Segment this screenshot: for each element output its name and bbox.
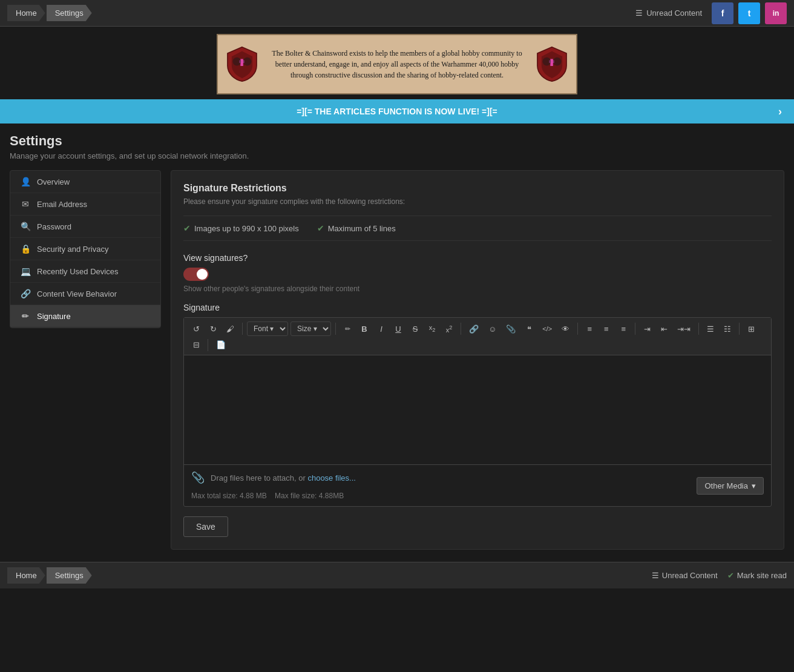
save-button[interactable]: Save	[183, 516, 228, 537]
sidebar-label-security: Security and Privacy	[37, 245, 109, 254]
content-layout: 👤 Overview ✉ Email Address 🔍 Password 🔒 …	[10, 170, 784, 550]
clip-button[interactable]: 📎	[502, 323, 519, 335]
bottom-unread-icon: ☰	[652, 571, 659, 580]
table-options-button[interactable]: ⊟	[189, 338, 203, 351]
max-total-label: Max total size:	[191, 492, 238, 500]
restrictions-row: ✔ Images up to 990 x 100 pixels ✔ Maximu…	[183, 216, 772, 241]
subscript-button[interactable]: x2	[425, 322, 439, 335]
overview-icon: 👤	[20, 177, 31, 186]
sidebar-item-email[interactable]: ✉ Email Address	[10, 193, 160, 216]
toggle-knob	[197, 269, 208, 280]
sidebar-item-security[interactable]: 🔒 Security and Privacy	[10, 238, 160, 260]
attach-area: 📎 Drag files here to attach, or choose f…	[191, 471, 356, 500]
restriction-lines-text: Maximum of 5 lines	[328, 224, 396, 233]
max-file-label: Max file size:	[275, 492, 317, 500]
redo-button[interactable]: ↻	[206, 323, 220, 335]
twitter-icon: t	[748, 8, 751, 18]
sidebar-label-overview: Overview	[37, 177, 70, 186]
toolbar-separator-4	[577, 323, 578, 335]
bold-button[interactable]: B	[357, 323, 372, 335]
bottom-unread-label: Unread Content	[662, 571, 718, 580]
instagram-button[interactable]: in	[765, 2, 787, 24]
quote-button[interactable]: ❝	[522, 323, 536, 335]
brush-button[interactable]: 🖌	[223, 323, 238, 335]
toolbar-separator-7	[739, 323, 740, 335]
sidebar-item-signature[interactable]: ✏ Signature	[10, 305, 160, 328]
page-title: Settings	[10, 133, 784, 149]
bottom-unread-content[interactable]: ☰ Unread Content	[652, 571, 718, 580]
italic-button[interactable]: I	[374, 323, 389, 335]
main-wrapper: Settings Manage your account settings, a…	[0, 124, 794, 550]
settings-main-panel: Signature Restrictions Please ensure you…	[171, 170, 784, 550]
outdent-button[interactable]: ⇤	[657, 323, 671, 335]
nav-right: ☰ Unread Content f t in	[631, 2, 787, 24]
link-button[interactable]: 🔗	[465, 323, 482, 335]
attach-sizes: Max total size: 4.88 MB Max file size: 4…	[191, 492, 344, 500]
check-mark-icon: ✔	[727, 571, 734, 580]
bottom-breadcrumb-home[interactable]: Home	[7, 567, 45, 584]
editor-body[interactable]	[184, 355, 771, 464]
banner-text: The Bolter & Chainsword exists to help t…	[266, 48, 528, 81]
table-button[interactable]: ⊞	[744, 323, 758, 335]
articles-bar[interactable]: =][= THE ARTICLES FUNCTION IS NOW LIVE! …	[0, 99, 794, 124]
unread-content-button[interactable]: ☰ Unread Content	[631, 6, 707, 20]
instagram-icon: in	[773, 9, 779, 18]
toggle-wrapper	[183, 268, 772, 281]
restriction-images: ✔ Images up to 990 x 100 pixels	[183, 223, 299, 233]
sidebar-item-content[interactable]: 🔗 Content View Behavior	[10, 283, 160, 305]
check-icon-images: ✔	[183, 223, 191, 233]
paperclip-icon: 📎	[191, 471, 205, 484]
other-media-button[interactable]: Other Media ▾	[697, 477, 764, 495]
indent-button[interactable]: ⇥	[640, 323, 654, 335]
sidebar-item-devices[interactable]: 💻 Recently Used Devices	[10, 260, 160, 283]
max-file-value: 4.88MB	[319, 492, 344, 500]
align-center-button[interactable]: ≡	[599, 323, 614, 335]
preview-button[interactable]: 👁	[558, 323, 573, 335]
bottom-breadcrumb-settings[interactable]: Settings	[47, 567, 92, 584]
sidebar-label-devices: Recently Used Devices	[37, 267, 118, 276]
special-button[interactable]: 📄	[212, 338, 229, 351]
signature-section-title: Signature	[183, 303, 772, 312]
indent-more-button[interactable]: ⇥⇥	[674, 323, 694, 335]
unordered-list-button[interactable]: ☰	[703, 323, 718, 335]
sidebar-item-password[interactable]: 🔍 Password	[10, 216, 160, 238]
bottom-mark-site-read[interactable]: ✔ Mark site read	[727, 571, 787, 580]
align-left-button[interactable]: ≡	[582, 323, 597, 335]
font-select[interactable]: Font ▾	[247, 321, 288, 336]
breadcrumb: Home Settings	[7, 5, 93, 21]
underline-button[interactable]: U	[391, 323, 405, 335]
size-select[interactable]: Size ▾	[290, 321, 331, 336]
attach-text: Drag files here to attach, or choose fil…	[211, 473, 356, 483]
breadcrumb-settings[interactable]: Settings	[47, 5, 92, 21]
settings-sidebar: 👤 Overview ✉ Email Address 🔍 Password 🔒 …	[10, 170, 161, 328]
drag-text: Drag files here to attach, or	[211, 473, 307, 483]
email-icon: ✉	[20, 199, 31, 209]
choose-files-link[interactable]: choose files...	[307, 473, 356, 483]
view-signatures-section: View signatures? Show other people's sig…	[183, 253, 772, 293]
editor-footer: 📎 Drag files here to attach, or choose f…	[184, 464, 771, 506]
view-signatures-toggle[interactable]	[183, 268, 209, 281]
site-banner: ✟ The Bolter & Chainsword exists to help…	[0, 27, 794, 99]
undo-button[interactable]: ↺	[189, 323, 203, 335]
sidebar-item-overview[interactable]: 👤 Overview	[10, 171, 160, 193]
check-icon-lines: ✔	[317, 223, 324, 233]
emoji-button[interactable]: ☺	[485, 323, 500, 335]
ordered-list-button[interactable]: ☷	[720, 323, 735, 335]
right-shield-icon: ✟	[534, 46, 570, 82]
svg-point-1	[233, 58, 241, 66]
svg-point-2	[243, 58, 252, 66]
toolbar-separator-5	[635, 323, 635, 335]
articles-bar-arrow-icon: ›	[778, 105, 782, 118]
security-icon: 🔒	[20, 244, 31, 254]
facebook-button[interactable]: f	[712, 2, 733, 24]
code-button[interactable]: </>	[539, 323, 556, 334]
superscript-button[interactable]: x2	[442, 323, 456, 335]
twitter-button[interactable]: t	[738, 2, 760, 24]
other-media-label: Other Media	[704, 481, 748, 490]
breadcrumb-home[interactable]: Home	[7, 5, 45, 21]
format-button[interactable]: ✏	[340, 323, 355, 335]
password-icon: 🔍	[20, 222, 31, 231]
toolbar-separator-3	[461, 323, 461, 335]
strikethrough-button[interactable]: S	[408, 323, 422, 335]
align-right-button[interactable]: ≡	[616, 323, 631, 335]
